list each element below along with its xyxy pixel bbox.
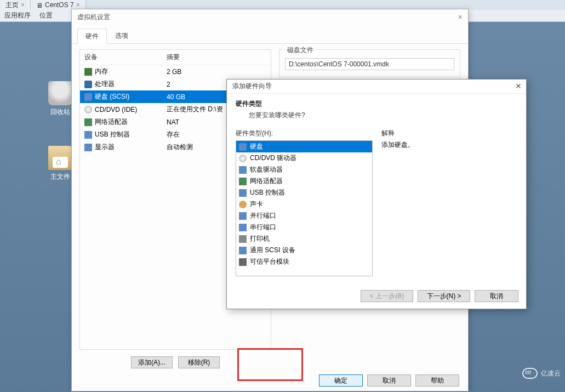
close-icon[interactable]: × — [21, 1, 25, 9]
device-summary: 2 GB — [167, 68, 181, 76]
device-summary: 存在 — [167, 130, 180, 139]
disk-file-group: 磁盘文件 D:\centos\CentOS 7-000001.vmdk — [279, 49, 460, 77]
usb-icon — [84, 131, 92, 139]
tab-home[interactable]: 主页 × — [0, 0, 31, 10]
parallel-icon — [239, 212, 247, 220]
hardware-row[interactable]: 内存2 GB — [80, 65, 271, 78]
menu-applications[interactable]: 应用程序 — [4, 11, 31, 20]
device-name: 内存 — [95, 67, 108, 76]
wizard-header: 硬件类型 — [236, 99, 517, 109]
hardware-type-item[interactable]: 串行端口 — [236, 221, 372, 233]
hardware-type-item[interactable]: USB 控制器 — [236, 187, 372, 198]
hardware-type-item[interactable]: 网络适配器 — [236, 175, 372, 187]
wizard-title: 添加硬件向导 — [227, 79, 526, 94]
dialog-title: 虚拟机设置 — [72, 9, 468, 25]
item-label: 并行端口 — [250, 211, 276, 220]
explain-label: 解释 — [381, 129, 517, 138]
hardware-type-item[interactable]: 软盘驱动器 — [236, 164, 372, 175]
item-label: 串行端口 — [250, 223, 276, 232]
item-label: 硬盘 — [250, 142, 263, 151]
scsi-icon — [239, 247, 247, 254]
cd-icon — [84, 106, 92, 113]
item-label: 网络适配器 — [250, 177, 283, 186]
hardware-type-item[interactable]: CD/DVD 驱动器 — [236, 152, 372, 164]
hardware-type-item[interactable]: 声卡 — [236, 198, 372, 210]
vm-icon: 🖥 — [36, 2, 43, 8]
device-name: 网络适配器 — [95, 117, 128, 127]
tab-options[interactable]: 选项 — [107, 28, 136, 43]
trash-icon — [48, 81, 72, 105]
device-name: 处理器 — [95, 79, 115, 89]
device-summary: NAT — [167, 118, 179, 126]
watermark: 亿速云 — [522, 368, 561, 379]
folder-icon — [48, 146, 72, 170]
explain-text: 添加硬盘。 — [381, 140, 517, 150]
disk-icon — [84, 93, 92, 101]
item-label: USB 控制器 — [250, 188, 285, 197]
col-device: 设备 — [84, 53, 167, 62]
item-label: 可信平台模块 — [250, 257, 289, 266]
remove-button[interactable]: 移除(R) — [178, 356, 220, 368]
item-label: 软盘驱动器 — [250, 165, 283, 174]
col-summary: 摘要 — [167, 53, 180, 62]
watermark-text: 亿速云 — [541, 369, 561, 378]
device-summary: 2 — [167, 81, 170, 88]
close-icon[interactable]: ✕ — [515, 82, 522, 90]
add-button[interactable]: 添加(A)... — [131, 356, 173, 368]
net-icon — [239, 178, 247, 185]
cpu-icon — [84, 81, 92, 88]
item-label: 通用 SCSI 设备 — [250, 246, 295, 255]
tpm-icon — [239, 258, 247, 266]
hardware-type-list[interactable]: 硬盘CD/DVD 驱动器软盘驱动器网络适配器USB 控制器声卡并行端口串行端口打… — [236, 140, 373, 276]
printer-icon — [239, 235, 247, 243]
tab-label: CentOS 7 — [45, 1, 74, 9]
next-button[interactable]: 下一步(N) > — [418, 290, 470, 302]
cd-icon — [239, 155, 247, 162]
cancel-button[interactable]: 取消 — [367, 374, 411, 387]
add-hardware-wizard: 添加硬件向导 ✕ 硬件类型 您要安装哪类硬件? 硬件类型(H): 硬盘CD/DV… — [226, 79, 527, 309]
device-name: 显示器 — [95, 143, 115, 152]
disk-file-path[interactable]: D:\centos\CentOS 7-000001.vmdk — [285, 58, 454, 70]
device-summary: 正在使用文件 D:\资 — [167, 105, 223, 114]
settings-tabs: 硬件 选项 — [72, 28, 468, 44]
back-button: < 上一步(B) — [361, 290, 413, 302]
disk-icon — [239, 143, 247, 151]
tab-hardware[interactable]: 硬件 — [77, 29, 107, 44]
item-label: 打印机 — [250, 234, 270, 243]
ok-button[interactable]: 确定 — [319, 374, 363, 387]
sound-icon — [239, 201, 247, 208]
hardware-type-item[interactable]: 打印机 — [236, 233, 372, 245]
hardware-type-item[interactable]: 可信平台模块 — [236, 256, 372, 268]
close-icon[interactable]: × — [76, 1, 80, 9]
hardware-type-item[interactable]: 硬盘 — [236, 141, 372, 152]
floppy-icon — [239, 166, 247, 174]
close-icon[interactable]: × — [458, 13, 463, 21]
tab-label: 主页 — [5, 1, 19, 10]
serial-icon — [239, 224, 247, 231]
watermark-icon — [522, 368, 538, 379]
device-name: 硬盘 (SCSI) — [95, 92, 129, 101]
wizard-subtitle: 您要安装哪类硬件? — [236, 109, 517, 120]
hardware-type-item[interactable]: 并行端口 — [236, 210, 372, 221]
cancel-button[interactable]: 取消 — [475, 290, 518, 302]
item-label: 声卡 — [250, 200, 263, 209]
hardware-type-label: 硬件类型(H): — [236, 129, 373, 138]
menu-location[interactable]: 位置 — [39, 11, 53, 20]
item-label: CD/DVD 驱动器 — [250, 154, 296, 163]
hardware-type-item[interactable]: 通用 SCSI 设备 — [236, 245, 372, 256]
memory-icon — [84, 68, 92, 76]
usb-icon — [239, 189, 247, 197]
help-button[interactable]: 帮助 — [415, 374, 459, 387]
display-icon — [84, 144, 92, 151]
device-summary: 40 GB — [167, 93, 185, 101]
device-summary: 自动检测 — [167, 143, 193, 152]
device-name: USB 控制器 — [95, 130, 130, 139]
net-icon — [84, 118, 92, 126]
device-name: CD/DVD (IDE) — [95, 106, 137, 113]
disk-file-label: 磁盘文件 — [285, 46, 316, 55]
